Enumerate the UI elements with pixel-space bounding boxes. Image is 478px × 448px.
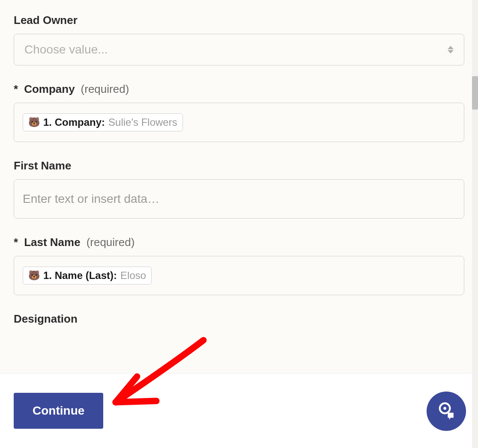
continue-button[interactable]: Continue: [14, 393, 103, 429]
company-label: * Company (required): [14, 83, 464, 96]
first-name-input[interactable]: Enter text or insert data…: [14, 179, 464, 219]
company-pill[interactable]: 🐻 1. Company: Sulie's Flowers: [23, 113, 183, 131]
company-pill-key: 1. Company:: [43, 116, 105, 128]
company-asterisk: *: [14, 83, 18, 96]
field-first-name: First Name Enter text or insert data…: [14, 159, 464, 219]
lead-owner-label-text: Lead Owner: [14, 14, 78, 27]
footer-bar: Continue: [0, 373, 478, 448]
first-name-placeholder: Enter text or insert data…: [23, 192, 159, 206]
last-name-required-text: (required): [87, 236, 135, 249]
company-input[interactable]: 🐻 1. Company: Sulie's Flowers: [14, 103, 464, 142]
scrollbar-thumb[interactable]: [472, 76, 478, 110]
help-chat-icon: [435, 400, 458, 423]
last-name-asterisk: *: [14, 236, 18, 249]
last-name-input[interactable]: 🐻 1. Name (Last): Eloso: [14, 256, 464, 295]
svg-point-1: [443, 407, 446, 410]
first-name-label: First Name: [14, 159, 464, 172]
designation-label: Designation: [14, 312, 464, 326]
last-name-pill-value: Eloso: [120, 270, 146, 282]
bear-icon: 🐻: [28, 270, 40, 281]
last-name-label: * Last Name (required): [14, 236, 464, 249]
chevron-updown-icon: [448, 46, 454, 53]
lead-owner-select[interactable]: Choose value...: [14, 34, 464, 65]
bear-icon: 🐻: [28, 117, 40, 128]
designation-label-text: Designation: [14, 312, 78, 326]
company-pill-value: Sulie's Flowers: [108, 116, 177, 128]
scrollbar-track[interactable]: [472, 0, 478, 448]
last-name-pill-key: 1. Name (Last):: [43, 270, 117, 282]
company-label-text: Company: [24, 83, 75, 96]
lead-owner-label: Lead Owner: [14, 14, 464, 27]
field-designation: Designation: [14, 312, 464, 326]
first-name-label-text: First Name: [14, 159, 71, 172]
lead-owner-placeholder: Choose value...: [24, 43, 108, 56]
last-name-label-text: Last Name: [24, 236, 81, 249]
help-fab[interactable]: [427, 392, 466, 431]
form-container: Lead Owner Choose value... * Company (re…: [0, 0, 478, 326]
company-required-text: (required): [81, 83, 129, 96]
field-company: * Company (required) 🐻 1. Company: Sulie…: [14, 83, 464, 142]
field-lead-owner: Lead Owner Choose value...: [14, 14, 464, 65]
field-last-name: * Last Name (required) 🐻 1. Name (Last):…: [14, 236, 464, 295]
last-name-pill[interactable]: 🐻 1. Name (Last): Eloso: [23, 267, 152, 285]
